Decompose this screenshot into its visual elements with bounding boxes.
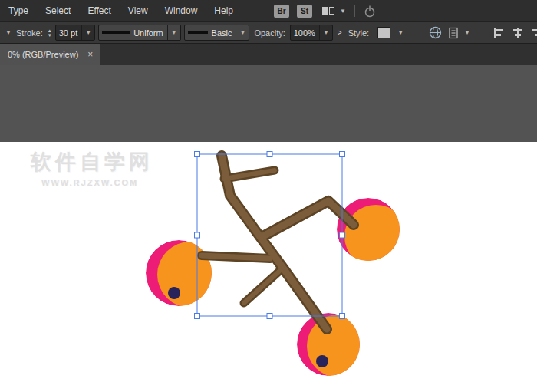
chevron-down-icon: ▼	[319, 25, 329, 40]
control-bar: ▼ Stroke: ▲ ▼ 30 pt ▼ Uniform ▼ Basic ▼ …	[0, 21, 537, 44]
uniform-profile-preview	[102, 31, 130, 34]
color-wheel-icon	[429, 26, 442, 39]
stroke-weight-select[interactable]: 30 pt ▼	[55, 25, 95, 41]
pasteboard[interactable]	[0, 65, 537, 142]
menu-select[interactable]: Select	[37, 0, 79, 21]
selection-handle[interactable]	[340, 314, 345, 319]
opacity-more-button[interactable]: >	[336, 28, 344, 37]
chevron-down-icon: ▼	[236, 25, 245, 40]
style-swatch	[377, 27, 390, 38]
cherry-seed	[316, 355, 328, 367]
menu-bar: Type Select Effect View Window Help Br S…	[0, 0, 537, 21]
artboard[interactable]: 软件自学网 WWW.RJZXW.COM	[0, 142, 537, 392]
document-icon	[448, 27, 460, 39]
brush-preview	[188, 31, 208, 34]
share-button[interactable]	[362, 5, 377, 18]
opacity-value: 100%	[294, 28, 315, 38]
document-tab-title: 0% (RGB/Preview)	[8, 50, 78, 59]
menu-window[interactable]: Window	[156, 0, 206, 21]
selection-handle[interactable]	[195, 232, 200, 238]
width-profile-value: Uniform	[133, 28, 163, 38]
stroke-label: Stroke:	[16, 28, 43, 38]
menu-help[interactable]: Help	[206, 0, 242, 21]
opacity-label: Opacity:	[254, 28, 285, 38]
document-tab-bar: 0% (RGB/Preview) ×	[0, 44, 537, 65]
align-left-button[interactable]	[492, 27, 507, 38]
stroke-weight-value: 30 pt	[59, 28, 77, 38]
selection-handle[interactable]	[195, 314, 200, 319]
align-center-icon	[512, 27, 524, 38]
style-select[interactable]: ▼	[374, 25, 407, 41]
stock-button[interactable]: St	[297, 5, 312, 18]
selection-handle[interactable]	[267, 314, 272, 319]
brush-definition-select[interactable]: Basic ▼	[184, 25, 250, 41]
selection-handle[interactable]	[267, 152, 272, 157]
align-center-button[interactable]	[510, 27, 525, 38]
align-left-icon	[493, 27, 506, 38]
selection-handle[interactable]	[340, 232, 345, 238]
cherry-seed	[168, 287, 180, 299]
arrange-documents-button[interactable]: ▼	[320, 5, 348, 16]
panel-collapse-chevron-icon[interactable]: ▼	[5, 29, 12, 36]
chevron-down-icon: ▼	[397, 29, 404, 36]
chevron-down-icon: ▼	[81, 25, 91, 40]
cherry-left[interactable]	[146, 240, 223, 308]
style-label: Style:	[348, 28, 370, 38]
arrange-documents-icon	[321, 5, 335, 16]
branches[interactable]	[202, 156, 354, 329]
selection-handle[interactable]	[340, 152, 345, 157]
illustrator-window: { "menubar": { "items": ["Type", "Select…	[0, 0, 537, 392]
document-setup-button[interactable]: ▼	[446, 27, 472, 39]
cherry-right[interactable]	[337, 198, 407, 268]
align-right-button[interactable]	[529, 27, 537, 38]
chevron-down-icon: ▼	[464, 29, 470, 36]
share-icon	[364, 5, 376, 18]
opacity-select[interactable]: 100% ▼	[290, 25, 333, 41]
selection-handle[interactable]	[195, 152, 200, 157]
stepper-down-icon[interactable]: ▼	[48, 33, 52, 38]
cherry-bottom[interactable]	[297, 313, 370, 377]
chevron-down-icon: ▼	[167, 25, 177, 40]
stroke-weight-stepper[interactable]: ▲ ▼	[48, 28, 52, 38]
close-icon[interactable]: ×	[87, 50, 93, 59]
menu-effect[interactable]: Effect	[79, 0, 119, 21]
document-tab[interactable]: 0% (RGB/Preview) ×	[0, 44, 100, 65]
align-right-icon	[530, 27, 537, 38]
menubar-separator	[354, 5, 355, 17]
cherry-branch-artwork	[0, 142, 537, 392]
menu-view[interactable]: View	[120, 0, 156, 21]
bridge-button[interactable]: Br	[274, 5, 289, 18]
width-profile-select[interactable]: Uniform ▼	[98, 25, 180, 41]
brush-value: Basic	[212, 28, 232, 38]
recolor-artwork-button[interactable]	[427, 26, 443, 39]
menu-type[interactable]: Type	[0, 0, 37, 21]
chevron-down-icon: ▼	[340, 8, 346, 15]
